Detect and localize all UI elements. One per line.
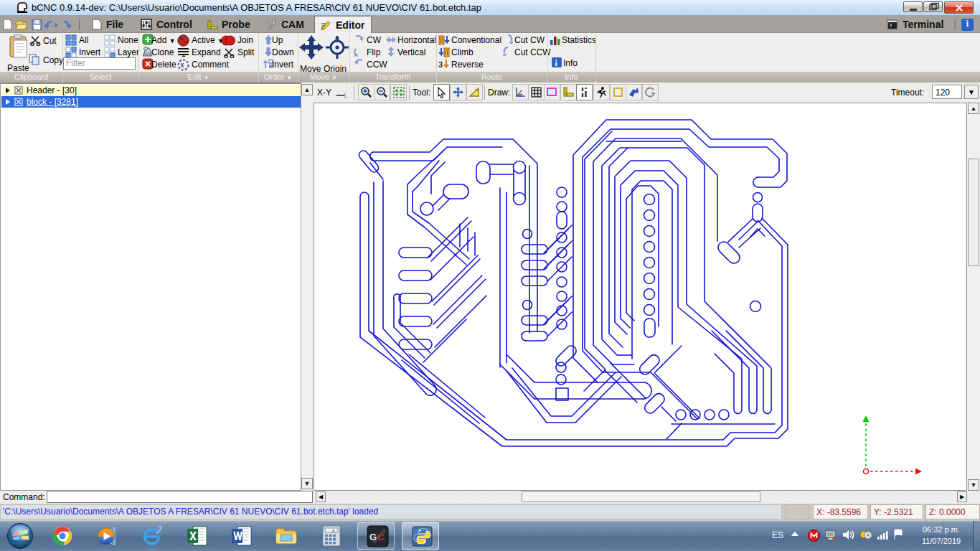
- svg-text:0: 0: [332, 529, 335, 534]
- svg-text:C: C: [377, 532, 385, 542]
- svg-text:G: G: [369, 532, 377, 542]
- svg-text:3: 3: [438, 60, 443, 69]
- svg-text:x: x: [181, 61, 184, 69]
